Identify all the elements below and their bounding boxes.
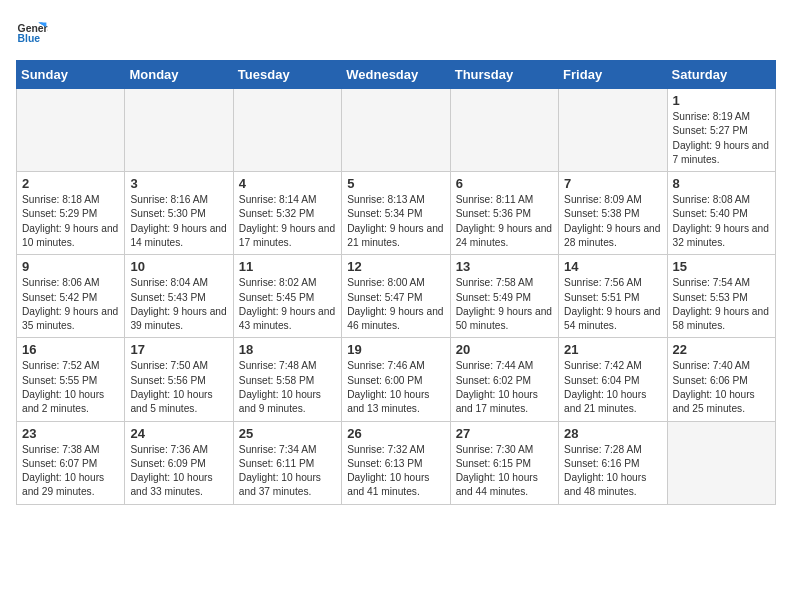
day-number: 8: [673, 176, 770, 191]
day-number: 20: [456, 342, 553, 357]
calendar-cell: [233, 89, 341, 172]
calendar-cell: 1Sunrise: 8:19 AM Sunset: 5:27 PM Daylig…: [667, 89, 775, 172]
day-info: Sunrise: 8:14 AM Sunset: 5:32 PM Dayligh…: [239, 193, 336, 250]
day-number: 4: [239, 176, 336, 191]
day-info: Sunrise: 8:18 AM Sunset: 5:29 PM Dayligh…: [22, 193, 119, 250]
day-info: Sunrise: 8:13 AM Sunset: 5:34 PM Dayligh…: [347, 193, 444, 250]
day-info: Sunrise: 7:50 AM Sunset: 5:56 PM Dayligh…: [130, 359, 227, 416]
day-number: 3: [130, 176, 227, 191]
calendar-cell: 20Sunrise: 7:44 AM Sunset: 6:02 PM Dayli…: [450, 338, 558, 421]
day-info: Sunrise: 7:52 AM Sunset: 5:55 PM Dayligh…: [22, 359, 119, 416]
day-info: Sunrise: 8:11 AM Sunset: 5:36 PM Dayligh…: [456, 193, 553, 250]
calendar-cell: [342, 89, 450, 172]
day-number: 7: [564, 176, 661, 191]
calendar-week-4: 16Sunrise: 7:52 AM Sunset: 5:55 PM Dayli…: [17, 338, 776, 421]
day-header-thursday: Thursday: [450, 61, 558, 89]
day-number: 9: [22, 259, 119, 274]
day-info: Sunrise: 8:04 AM Sunset: 5:43 PM Dayligh…: [130, 276, 227, 333]
day-number: 12: [347, 259, 444, 274]
day-info: Sunrise: 7:34 AM Sunset: 6:11 PM Dayligh…: [239, 443, 336, 500]
calendar-cell: 7Sunrise: 8:09 AM Sunset: 5:38 PM Daylig…: [559, 172, 667, 255]
calendar-cell: [559, 89, 667, 172]
day-info: Sunrise: 7:48 AM Sunset: 5:58 PM Dayligh…: [239, 359, 336, 416]
day-number: 17: [130, 342, 227, 357]
calendar-cell: 18Sunrise: 7:48 AM Sunset: 5:58 PM Dayli…: [233, 338, 341, 421]
day-number: 15: [673, 259, 770, 274]
page-header: General Blue: [16, 16, 776, 48]
day-info: Sunrise: 7:54 AM Sunset: 5:53 PM Dayligh…: [673, 276, 770, 333]
calendar-cell: 22Sunrise: 7:40 AM Sunset: 6:06 PM Dayli…: [667, 338, 775, 421]
day-header-sunday: Sunday: [17, 61, 125, 89]
calendar-cell: 19Sunrise: 7:46 AM Sunset: 6:00 PM Dayli…: [342, 338, 450, 421]
day-info: Sunrise: 8:19 AM Sunset: 5:27 PM Dayligh…: [673, 110, 770, 167]
calendar-cell: [17, 89, 125, 172]
calendar-cell: 5Sunrise: 8:13 AM Sunset: 5:34 PM Daylig…: [342, 172, 450, 255]
day-info: Sunrise: 7:32 AM Sunset: 6:13 PM Dayligh…: [347, 443, 444, 500]
day-info: Sunrise: 8:06 AM Sunset: 5:42 PM Dayligh…: [22, 276, 119, 333]
day-info: Sunrise: 8:00 AM Sunset: 5:47 PM Dayligh…: [347, 276, 444, 333]
svg-text:Blue: Blue: [18, 33, 41, 44]
day-info: Sunrise: 7:42 AM Sunset: 6:04 PM Dayligh…: [564, 359, 661, 416]
calendar: SundayMondayTuesdayWednesdayThursdayFrid…: [16, 60, 776, 505]
day-number: 21: [564, 342, 661, 357]
calendar-week-5: 23Sunrise: 7:38 AM Sunset: 6:07 PM Dayli…: [17, 421, 776, 504]
logo-icon: General Blue: [16, 16, 48, 48]
day-number: 5: [347, 176, 444, 191]
calendar-cell: 27Sunrise: 7:30 AM Sunset: 6:15 PM Dayli…: [450, 421, 558, 504]
calendar-cell: 23Sunrise: 7:38 AM Sunset: 6:07 PM Dayli…: [17, 421, 125, 504]
day-number: 2: [22, 176, 119, 191]
day-info: Sunrise: 7:40 AM Sunset: 6:06 PM Dayligh…: [673, 359, 770, 416]
calendar-cell: 13Sunrise: 7:58 AM Sunset: 5:49 PM Dayli…: [450, 255, 558, 338]
day-number: 24: [130, 426, 227, 441]
calendar-cell: 25Sunrise: 7:34 AM Sunset: 6:11 PM Dayli…: [233, 421, 341, 504]
day-info: Sunrise: 8:16 AM Sunset: 5:30 PM Dayligh…: [130, 193, 227, 250]
day-info: Sunrise: 7:38 AM Sunset: 6:07 PM Dayligh…: [22, 443, 119, 500]
calendar-cell: 4Sunrise: 8:14 AM Sunset: 5:32 PM Daylig…: [233, 172, 341, 255]
day-header-tuesday: Tuesday: [233, 61, 341, 89]
calendar-cell: [450, 89, 558, 172]
day-number: 25: [239, 426, 336, 441]
day-info: Sunrise: 7:56 AM Sunset: 5:51 PM Dayligh…: [564, 276, 661, 333]
calendar-cell: [125, 89, 233, 172]
day-number: 10: [130, 259, 227, 274]
day-header-monday: Monday: [125, 61, 233, 89]
day-header-friday: Friday: [559, 61, 667, 89]
calendar-cell: 2Sunrise: 8:18 AM Sunset: 5:29 PM Daylig…: [17, 172, 125, 255]
day-info: Sunrise: 7:46 AM Sunset: 6:00 PM Dayligh…: [347, 359, 444, 416]
day-number: 28: [564, 426, 661, 441]
calendar-cell: 11Sunrise: 8:02 AM Sunset: 5:45 PM Dayli…: [233, 255, 341, 338]
day-number: 11: [239, 259, 336, 274]
day-number: 14: [564, 259, 661, 274]
day-info: Sunrise: 7:36 AM Sunset: 6:09 PM Dayligh…: [130, 443, 227, 500]
logo: General Blue: [16, 16, 48, 48]
day-info: Sunrise: 7:58 AM Sunset: 5:49 PM Dayligh…: [456, 276, 553, 333]
day-number: 6: [456, 176, 553, 191]
calendar-cell: 12Sunrise: 8:00 AM Sunset: 5:47 PM Dayli…: [342, 255, 450, 338]
calendar-cell: 15Sunrise: 7:54 AM Sunset: 5:53 PM Dayli…: [667, 255, 775, 338]
day-header-saturday: Saturday: [667, 61, 775, 89]
calendar-cell: 16Sunrise: 7:52 AM Sunset: 5:55 PM Dayli…: [17, 338, 125, 421]
day-info: Sunrise: 7:28 AM Sunset: 6:16 PM Dayligh…: [564, 443, 661, 500]
calendar-cell: 24Sunrise: 7:36 AM Sunset: 6:09 PM Dayli…: [125, 421, 233, 504]
day-info: Sunrise: 8:08 AM Sunset: 5:40 PM Dayligh…: [673, 193, 770, 250]
calendar-cell: 17Sunrise: 7:50 AM Sunset: 5:56 PM Dayli…: [125, 338, 233, 421]
calendar-cell: 26Sunrise: 7:32 AM Sunset: 6:13 PM Dayli…: [342, 421, 450, 504]
day-number: 27: [456, 426, 553, 441]
day-info: Sunrise: 7:30 AM Sunset: 6:15 PM Dayligh…: [456, 443, 553, 500]
day-number: 13: [456, 259, 553, 274]
day-number: 18: [239, 342, 336, 357]
day-info: Sunrise: 8:02 AM Sunset: 5:45 PM Dayligh…: [239, 276, 336, 333]
calendar-cell: [667, 421, 775, 504]
day-info: Sunrise: 8:09 AM Sunset: 5:38 PM Dayligh…: [564, 193, 661, 250]
calendar-header-row: SundayMondayTuesdayWednesdayThursdayFrid…: [17, 61, 776, 89]
day-number: 26: [347, 426, 444, 441]
day-number: 23: [22, 426, 119, 441]
day-number: 1: [673, 93, 770, 108]
calendar-cell: 3Sunrise: 8:16 AM Sunset: 5:30 PM Daylig…: [125, 172, 233, 255]
calendar-cell: 9Sunrise: 8:06 AM Sunset: 5:42 PM Daylig…: [17, 255, 125, 338]
day-number: 19: [347, 342, 444, 357]
calendar-cell: 14Sunrise: 7:56 AM Sunset: 5:51 PM Dayli…: [559, 255, 667, 338]
calendar-week-1: 1Sunrise: 8:19 AM Sunset: 5:27 PM Daylig…: [17, 89, 776, 172]
day-number: 16: [22, 342, 119, 357]
calendar-cell: 28Sunrise: 7:28 AM Sunset: 6:16 PM Dayli…: [559, 421, 667, 504]
